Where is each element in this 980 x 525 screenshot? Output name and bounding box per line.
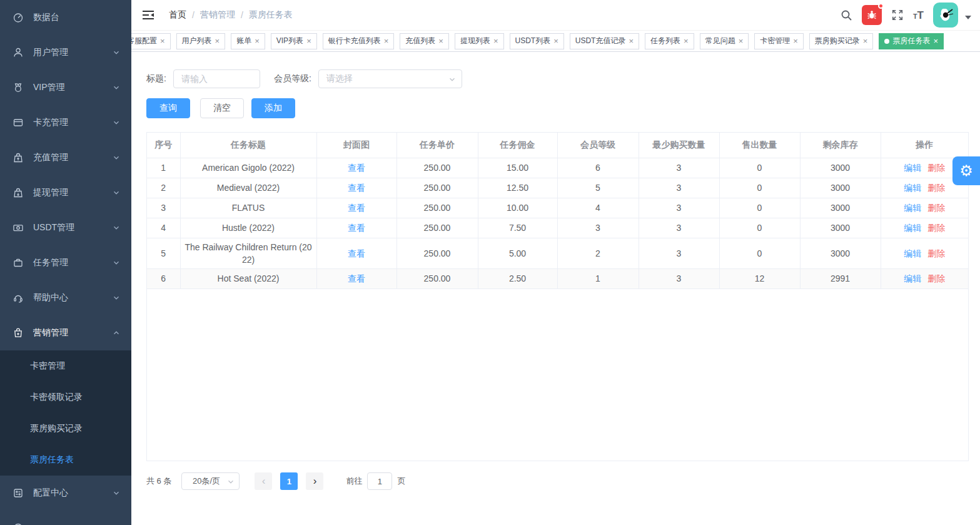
headset-icon xyxy=(13,292,24,303)
view-cover-link[interactable]: 查看 xyxy=(348,203,365,213)
close-icon[interactable]: × xyxy=(684,37,689,45)
close-icon[interactable]: × xyxy=(215,37,220,45)
sidebar-subitem-card-keys[interactable]: 卡密管理 xyxy=(0,350,131,382)
sidebar-item-dashboard[interactable]: 数据台 xyxy=(0,0,131,35)
close-icon[interactable]: × xyxy=(793,37,798,45)
tab-usdt-list[interactable]: USDT列表× xyxy=(510,33,564,49)
tab-bills[interactable]: 账单× xyxy=(231,33,265,49)
sidebar-item-partial[interactable] xyxy=(0,511,131,525)
title-filter-input[interactable] xyxy=(173,69,260,88)
tab-vip-list[interactable]: VIP列表× xyxy=(271,33,317,49)
tab-card-keys[interactable]: 卡密管理× xyxy=(754,33,804,49)
sidebar-item-tasks[interactable]: 任务管理 xyxy=(0,245,131,280)
delete-link[interactable]: 删除 xyxy=(927,248,945,258)
page-size-select[interactable]: 20条/页 xyxy=(181,472,240,490)
close-icon[interactable]: × xyxy=(933,37,938,45)
tab-boxoffice-purchases[interactable]: 票房购买记录× xyxy=(809,33,874,49)
view-cover-link[interactable]: 查看 xyxy=(348,273,365,283)
cell-title: Hot Seat (2022) xyxy=(180,268,316,288)
view-cover-link[interactable]: 查看 xyxy=(348,183,365,193)
error-log-button[interactable] xyxy=(862,5,882,25)
sidebar-item-label: 充值管理 xyxy=(33,152,113,163)
sidebar-item-card-recharge[interactable]: 卡充管理 xyxy=(0,105,131,140)
close-icon[interactable]: × xyxy=(553,37,558,45)
tab-customer-config[interactable]: 客服配置× xyxy=(131,33,171,49)
user-menu-caret-icon[interactable] xyxy=(965,16,971,19)
table-row: 6 Hot Seat (2022) 查看 250.00 2.50 1 3 12 … xyxy=(147,268,968,288)
view-cover-link[interactable]: 查看 xyxy=(348,163,365,173)
delete-link[interactable]: 删除 xyxy=(927,163,945,173)
delete-link[interactable]: 删除 xyxy=(927,273,945,283)
cell-commission: 15.00 xyxy=(478,158,557,178)
submenu-item-label: 卡密管理 xyxy=(30,360,65,372)
tab-usdt-recharge-records[interactable]: USDT充值记录× xyxy=(570,33,639,49)
sidebar-item-withdraw[interactable]: 提现管理 xyxy=(0,175,131,210)
close-icon[interactable]: × xyxy=(739,37,744,45)
prev-page-button[interactable]: ‹ xyxy=(255,472,272,490)
font-size-icon[interactable]: TT xyxy=(913,10,924,21)
edit-link[interactable]: 编辑 xyxy=(904,183,921,193)
close-icon[interactable]: × xyxy=(306,37,311,45)
col-header-min-buy: 最少购买数量 xyxy=(639,133,719,158)
search-icon[interactable] xyxy=(840,9,852,21)
tab-faq[interactable]: 常见问题× xyxy=(700,33,749,49)
delete-link[interactable]: 删除 xyxy=(927,203,945,213)
edit-link[interactable]: 编辑 xyxy=(904,248,921,258)
close-icon[interactable]: × xyxy=(863,37,868,45)
cell-stock: 3000 xyxy=(800,238,881,268)
tab-withdraw-list[interactable]: 提现列表× xyxy=(455,33,504,49)
sidebar-item-marketing[interactable]: 营销管理 xyxy=(0,315,131,350)
tab-task-list[interactable]: 任务列表× xyxy=(645,33,694,49)
close-icon[interactable]: × xyxy=(160,37,165,45)
tab-bank-recharge-list[interactable]: 银行卡充值列表× xyxy=(323,33,395,49)
delete-link[interactable]: 删除 xyxy=(927,223,945,233)
cell-min-buy: 3 xyxy=(639,158,719,178)
page-number-1[interactable]: 1 xyxy=(280,472,298,490)
view-cover-link[interactable]: 查看 xyxy=(348,248,365,258)
next-page-button[interactable]: › xyxy=(306,472,323,490)
title-filter-label: 标题: xyxy=(146,73,166,84)
close-icon[interactable]: × xyxy=(438,37,443,45)
close-icon[interactable]: × xyxy=(493,37,498,45)
add-button[interactable]: 添加 xyxy=(251,98,295,118)
edit-link[interactable]: 编辑 xyxy=(904,223,921,233)
breadcrumb-home[interactable]: 首页 xyxy=(169,9,186,21)
tab-label: 卡密管理 xyxy=(760,36,790,46)
sidebar-subitem-boxoffice-purchases[interactable]: 票房购买记录 xyxy=(0,413,131,444)
edit-link[interactable]: 编辑 xyxy=(904,203,921,213)
close-icon[interactable]: × xyxy=(629,37,634,45)
search-button[interactable]: 查询 xyxy=(146,98,190,118)
action-buttons: 查询 清空 添加 xyxy=(146,98,969,118)
avatar[interactable] xyxy=(933,3,958,28)
settings-fab-button[interactable]: ⚙ xyxy=(952,156,980,185)
view-cover-link[interactable]: 查看 xyxy=(348,223,365,233)
close-icon[interactable]: × xyxy=(384,37,389,45)
fullscreen-icon[interactable] xyxy=(891,9,904,21)
sidebar-collapse-icon[interactable] xyxy=(141,9,155,21)
credit-card-icon xyxy=(13,117,24,128)
col-header-title: 任务标题 xyxy=(180,133,316,158)
sidebar-item-usdt[interactable]: USDT管理 xyxy=(0,210,131,245)
tab-boxoffice-tasks[interactable]: 票房任务表× xyxy=(879,33,944,49)
edit-link[interactable]: 编辑 xyxy=(904,163,921,173)
sidebar-subitem-boxoffice-tasks[interactable]: 票房任务表 xyxy=(0,444,131,476)
delete-link[interactable]: 删除 xyxy=(927,183,945,193)
cell-commission: 10.00 xyxy=(478,198,557,218)
sidebar-item-config-center[interactable]: 配置中心 xyxy=(0,476,131,511)
sidebar-item-users[interactable]: 用户管理 xyxy=(0,35,131,70)
tab-user-list[interactable]: 用户列表× xyxy=(176,33,226,49)
chevron-down-icon xyxy=(448,76,456,83)
edit-link[interactable]: 编辑 xyxy=(904,273,921,283)
level-filter-select[interactable]: 请选择 xyxy=(318,69,462,88)
sidebar-item-help-center[interactable]: 帮助中心 xyxy=(0,280,131,315)
sidebar-item-recharge[interactable]: 充值管理 xyxy=(0,140,131,175)
sidebar-item-vip[interactable]: VIP管理 xyxy=(0,70,131,105)
goto-page-input[interactable] xyxy=(367,472,392,490)
close-icon[interactable]: × xyxy=(255,37,260,45)
clear-button[interactable]: 清空 xyxy=(200,98,244,118)
cell-price: 250.00 xyxy=(397,218,478,238)
cell-commission: 2.50 xyxy=(478,268,557,288)
tab-recharge-list[interactable]: 充值列表× xyxy=(400,33,449,49)
dashboard-icon xyxy=(13,12,24,23)
sidebar-subitem-card-key-records[interactable]: 卡密领取记录 xyxy=(0,382,131,413)
